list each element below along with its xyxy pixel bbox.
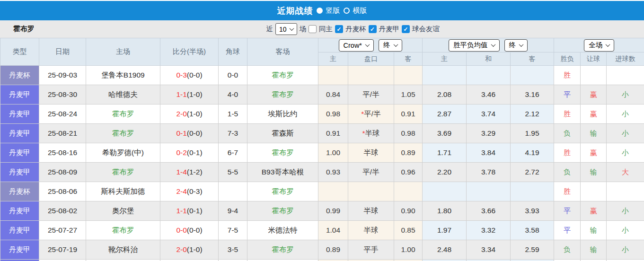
cell-avg-win: 1.97: [423, 221, 467, 240]
handicap-text: 半球: [364, 148, 379, 157]
table-row: 丹麦甲 25-07-27 霍布罗 0-0(0-0) 7-5 米德法特 1.04 …: [0, 221, 644, 240]
subheader-odds-home: 主: [318, 52, 348, 66]
filter-cup-checkbox[interactable]: [335, 25, 343, 33]
subheader-odds-away: 客: [394, 52, 423, 66]
score-fulltime: 2-0: [176, 245, 186, 253]
cell-goals: [607, 182, 644, 201]
cell-avg-draw: [467, 66, 511, 85]
table-row: 丹麦杯 25-09-03 堡鲁本B1909 0-3(0-0) 0-0 霍布罗 胜: [0, 66, 644, 85]
cell-away-team: 霍布罗: [247, 85, 318, 104]
table-row: 丹麦甲 25-08-09 霍布罗 1-4(1-2) 5-5 B93哥本哈根 0.…: [0, 163, 644, 182]
cell-avg-lose: 2.12: [511, 104, 554, 124]
subheader-result: 胜负: [554, 52, 581, 66]
subheader-handicap-result: 让球: [581, 52, 607, 66]
cell-avg-draw: 3.78: [467, 163, 511, 182]
cell-avg-draw: [467, 260, 511, 261]
col-header-type: 类型: [0, 38, 39, 66]
col-header-corners: 角球: [219, 38, 247, 66]
cell-date: 25-08-24: [39, 104, 86, 124]
cell-odds-home: [318, 66, 348, 85]
cell-goals: [607, 66, 644, 85]
odds-final-select-value: 终: [383, 41, 390, 50]
table-row: 丹麦甲 25-08-30 哈维德夫 1-1(1-0) 4-0 霍布罗 0.84 …: [0, 85, 644, 104]
cell-home-team: 奥尔堡: [86, 201, 160, 221]
cell-odds-away: 0.85: [394, 221, 423, 240]
cell-result: 负: [554, 163, 581, 182]
score-halftime: (1-0): [187, 110, 203, 118]
cell-handicap: [348, 66, 394, 85]
radio-horizontal[interactable]: [344, 8, 350, 14]
cell-type: 丹麦甲: [0, 201, 39, 221]
cell-goals: 小: [607, 85, 644, 104]
cell-avg-win: [423, 260, 467, 261]
cell-handicap-result: 输: [581, 124, 607, 143]
cell-odds-home: 1.04: [318, 221, 348, 240]
cell-avg-draw: 3.34: [467, 240, 511, 260]
cell-avg-win: 1.71: [423, 143, 467, 163]
recent-label: 近: [266, 25, 273, 34]
cell-result: 胜: [554, 104, 581, 124]
cell-odds-away: 1.05: [394, 85, 423, 104]
cell-odds-away: [394, 182, 423, 201]
cell-goals: 小: [607, 104, 644, 124]
avg-final-select-value: 终: [509, 41, 516, 50]
subheader-avg-draw: 和: [467, 52, 511, 66]
chevron-down-icon: [289, 26, 294, 31]
cell-result: 平: [554, 201, 581, 221]
cell-avg-win: 3.69: [423, 124, 467, 143]
filter-league-checkbox[interactable]: [369, 25, 377, 33]
cell-goals: 小: [607, 221, 644, 240]
cell-result: 平: [554, 85, 581, 104]
filter-bar: 霍布罗 近 10 场 同主 丹麦杯 丹麦甲 球会友谊: [0, 20, 644, 38]
radio-vertical-selected[interactable]: [317, 8, 323, 14]
cell-type: 丹麦杯: [0, 66, 39, 85]
cell-type: 丹麦甲: [0, 163, 39, 182]
avg-metric-select-value: 胜平负均值: [453, 41, 488, 50]
cell-avg-lose: 3.93: [511, 201, 554, 221]
score-halftime: (0-0): [187, 226, 203, 234]
cell-odds-away: 0.89: [394, 143, 423, 163]
cell-odds-home: 0.89: [318, 240, 348, 260]
table-row: 丹麦甲 25-08-02 奥尔堡 1-1(0-1) 9-4 霍布罗 0.99 半…: [0, 201, 644, 221]
cell-home-team: 霍布罗: [86, 124, 160, 143]
cell-avg-lose: [511, 260, 554, 261]
handicap-text: 半球: [364, 226, 379, 234]
score-halftime: (1-0): [187, 245, 203, 253]
cell-result: 胜: [554, 143, 581, 163]
cell-home-team: 斯科夫斯加德: [86, 182, 160, 201]
radio-vertical-label[interactable]: 竖版: [326, 6, 340, 15]
handicap-text: 平/半: [364, 110, 380, 118]
avg-dropdown-cell: 胜平负均值 终: [423, 38, 554, 52]
score-halftime: (1-0): [187, 90, 203, 98]
bookmaker-select[interactable]: Crow*: [339, 39, 374, 52]
score-fulltime: 2-4: [176, 187, 186, 195]
cell-handicap: [348, 260, 394, 261]
same-home-checkbox[interactable]: [309, 25, 317, 33]
cell-goals: 小: [607, 240, 644, 260]
subheader-handicap: 盘口: [348, 52, 394, 66]
recent-count-value: 10: [279, 26, 287, 33]
cell-avg-draw: 3.29: [467, 124, 511, 143]
filter-friendly-checkbox[interactable]: [402, 25, 410, 33]
cell-handicap-result: 赢: [581, 201, 607, 221]
recent-count-select[interactable]: 10: [275, 23, 297, 35]
avg-metric-select[interactable]: 胜平负均值: [449, 39, 500, 52]
odds-final-select[interactable]: 终: [379, 39, 402, 52]
cell-odds-away: 0.91: [394, 104, 423, 124]
cell-odds-home: 0.84: [318, 85, 348, 104]
cell-avg-win: [423, 66, 467, 85]
cell-odds-home: 1.00: [318, 143, 348, 163]
cell-away-team: 霍森斯: [247, 124, 318, 143]
score-halftime: (0-3): [187, 187, 203, 195]
cell-corners: 3-5: [219, 240, 247, 260]
scope-select[interactable]: 全场: [584, 39, 614, 52]
cell-corners: [219, 260, 247, 261]
chevron-down-icon: [365, 42, 370, 47]
cell-handicap: 平手: [348, 240, 394, 260]
cell-date: 25-08-30: [39, 85, 86, 104]
cell-score: 1-4(1-2): [160, 163, 219, 182]
radio-horizontal-label[interactable]: 横版: [353, 6, 367, 15]
filter-league-label: 丹麦甲: [379, 25, 400, 34]
avg-final-select[interactable]: 终: [504, 39, 528, 52]
cell-handicap: 半球: [348, 221, 394, 240]
